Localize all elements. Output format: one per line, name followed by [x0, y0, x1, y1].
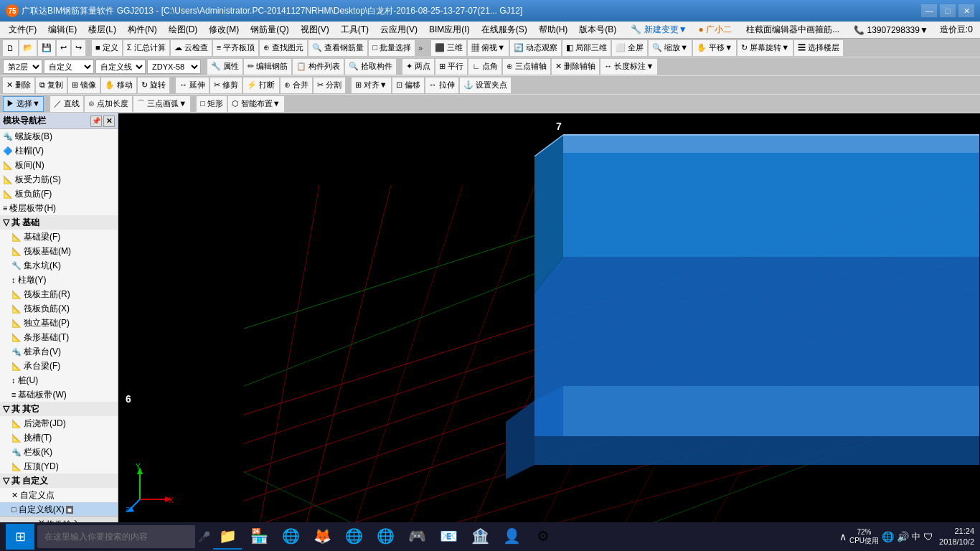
menu-cloud[interactable]: 云应用(V): [374, 22, 423, 37]
tree-item-col-pier[interactable]: ↕ 柱墩(Y): [0, 273, 118, 287]
taskbar-app-explorer[interactable]: 📁: [213, 524, 242, 550]
extend-button[interactable]: ↔ 延伸: [176, 77, 209, 93]
taskbar-app-chrome[interactable]: 🌐: [339, 524, 368, 550]
tree-item-slab-rebar[interactable]: 📐 板受力筋(S): [0, 172, 118, 187]
antivirus-icon[interactable]: 🛡: [923, 531, 933, 542]
menu-component[interactable]: 构件(N): [122, 22, 163, 37]
taskbar-app-mail[interactable]: 📧: [434, 524, 463, 550]
delete-button[interactable]: ✕ 删除: [3, 77, 34, 93]
network-icon[interactable]: ∧: [839, 531, 847, 542]
viewport[interactable]: 7 6 Y X: [118, 113, 980, 535]
merge-button[interactable]: ⊕ 合并: [281, 77, 312, 93]
taskbar-app-settings[interactable]: ⚙: [529, 524, 557, 550]
tree-item-raft-main[interactable]: 📐 筏板主筋(R): [0, 287, 118, 301]
screen-rotate-button[interactable]: ↻ 屏幕旋转▼: [738, 40, 793, 56]
tree-item-foundation-belt[interactable]: ≡ 基础板带(W): [0, 387, 118, 402]
cloud-check-button[interactable]: ☁ 云检查: [171, 40, 212, 56]
tree-item-sump[interactable]: 🔧 集水坑(K): [0, 258, 118, 273]
component-list-button[interactable]: 📋 构件列表: [293, 59, 344, 75]
three-point-axis-button[interactable]: ⊕ 三点辅轴: [503, 59, 550, 75]
three-arc-button[interactable]: ⌒ 三点画弧▼: [133, 96, 190, 112]
custom-line-select[interactable]: 自定义线: [95, 60, 146, 74]
minimize-button[interactable]: —: [921, 4, 937, 17]
taskbar-app-edge[interactable]: 🌐: [371, 524, 400, 550]
menu-rebar[interactable]: 钢筋量(Q): [245, 22, 294, 37]
planview-button[interactable]: ▦ 俯视▼: [468, 40, 509, 56]
smart-layout-button[interactable]: ⬡ 智能布置▼: [228, 96, 284, 112]
tree-item-neg-rebar[interactable]: 📐 板负筋(F): [0, 187, 118, 201]
sidebar-close-button[interactable]: ✕: [103, 116, 115, 127]
tree-item-foundation-beam[interactable]: 📐 基础梁(F): [0, 230, 118, 244]
taskbar-app-user[interactable]: 👤: [497, 524, 526, 550]
taskbar-app-firefox[interactable]: 🦊: [308, 524, 336, 550]
tree-item-floor-gap[interactable]: 📐 板间(N): [0, 158, 118, 172]
select-layer-button[interactable]: ☰ 选择楼层: [794, 40, 843, 56]
properties-button[interactable]: 🔧 属性: [207, 59, 242, 75]
level-button[interactable]: ≡ 平齐板顶: [213, 40, 258, 56]
tree-item-custom-point[interactable]: ✕ 自定义点: [0, 488, 118, 502]
batch-select-button[interactable]: □ 批量选择: [369, 40, 415, 56]
edit-rebar-button[interactable]: ✏ 编辑钢筋: [244, 59, 291, 75]
open-button[interactable]: 📂: [19, 40, 37, 56]
tree-item-rail-slab[interactable]: 🔩 栏板(K): [0, 445, 118, 459]
network2-icon[interactable]: 🌐: [882, 531, 894, 542]
summary-button[interactable]: Σ 汇总计算: [123, 40, 169, 56]
tree-item-spiral-slab[interactable]: 🔩 螺旋板(B): [0, 129, 118, 143]
offset-button[interactable]: ⊡ 偏移: [392, 77, 424, 93]
undo-button[interactable]: ↩: [57, 40, 70, 56]
menu-draw[interactable]: 绘图(D): [163, 22, 204, 37]
new-button[interactable]: 🗋: [3, 40, 18, 56]
taskbar-app-ie[interactable]: 🌐: [276, 524, 305, 550]
pan-button[interactable]: ✋ 平移▼: [693, 40, 736, 56]
tree-item-custom-line[interactable]: □ 自定义线(X) ■: [0, 502, 118, 516]
length-mark-button[interactable]: ↔ 长度标注▼: [600, 59, 657, 75]
zdyx-select[interactable]: ZDYX-58: [147, 60, 201, 74]
ime-icon[interactable]: 中: [912, 531, 920, 543]
menu-edit[interactable]: 编辑(E): [42, 22, 83, 37]
custom-select[interactable]: 自定义: [44, 60, 94, 74]
local-3d-button[interactable]: ◧ 局部三维: [562, 40, 611, 56]
taskbar-app-game[interactable]: 🎮: [402, 524, 431, 550]
pick-component-button[interactable]: 🔍 拾取构件: [345, 59, 396, 75]
tree-item-strip[interactable]: 📐 条形基础(T): [0, 330, 118, 344]
floor-select[interactable]: 第2层: [3, 60, 42, 74]
find-ref-button[interactable]: ⊕ 查找图元: [260, 40, 307, 56]
menu-online[interactable]: 在线服务(S): [476, 22, 533, 37]
menu-phone[interactable]: 📞 13907298339▼: [848, 24, 934, 37]
menu-price[interactable]: 造价豆:0: [934, 22, 979, 37]
menu-version[interactable]: 版本号(B): [573, 22, 622, 37]
copy-button[interactable]: ⧉ 复制: [36, 77, 67, 93]
two-points-button[interactable]: ✦ 两点: [402, 59, 434, 75]
fullscreen-button[interactable]: ⬜ 全屏: [612, 40, 647, 56]
line-button[interactable]: ／ 直线: [50, 96, 83, 112]
tree-item-pile-cap[interactable]: 🔩 桩承台(V): [0, 344, 118, 359]
menu-tools[interactable]: 工具(T): [335, 22, 374, 37]
tree-item-top-cap[interactable]: 📐 压顶(YD): [0, 459, 118, 474]
menu-guangxiao[interactable]: ● 广小二: [693, 22, 738, 37]
start-button[interactable]: ⊞: [6, 524, 34, 550]
menu-new-change[interactable]: 🔧 新建变更▼: [625, 22, 692, 37]
section-custom[interactable]: ▽ 其 自定义: [0, 474, 118, 488]
microphone-icon[interactable]: 🎤: [198, 531, 210, 542]
menu-modify[interactable]: 修改(M): [203, 22, 245, 37]
3d-button[interactable]: ⬛ 三维: [431, 40, 466, 56]
rect-button[interactable]: □ 矩形: [197, 96, 227, 112]
close-button[interactable]: ✕: [958, 4, 974, 17]
parallel-button[interactable]: ⊞ 平行: [435, 59, 467, 75]
rotate-button[interactable]: ↻ 旋转: [138, 77, 169, 93]
tree-item-cantilever[interactable]: 📐 挑槽(T): [0, 430, 118, 445]
break-button[interactable]: ⚡ 打断: [243, 77, 278, 93]
tree-item-pile[interactable]: ↕ 桩(U): [0, 373, 118, 387]
move-button[interactable]: ✋ 移动: [101, 77, 136, 93]
anchor-button[interactable]: ⚓ 设置夹点: [460, 77, 511, 93]
del-axis-button[interactable]: ✕ 删除辅轴: [552, 59, 599, 75]
section-other[interactable]: ▽ 其 其它: [0, 402, 118, 416]
tree-item-column-cap[interactable]: 🔷 柱帽(V): [0, 143, 118, 158]
point-length-button[interactable]: ⊙ 点加长度: [85, 96, 132, 112]
redo-button[interactable]: ↪: [72, 40, 85, 56]
view-rebar-button[interactable]: 🔍 查看钢筋量: [308, 40, 367, 56]
taskbar-app-store[interactable]: 🏪: [245, 524, 273, 550]
menu-file[interactable]: 文件(F): [3, 22, 42, 37]
stretch-button[interactable]: ↔ 拉伸: [425, 77, 458, 93]
sidebar-pin-button[interactable]: 📌: [90, 116, 102, 127]
